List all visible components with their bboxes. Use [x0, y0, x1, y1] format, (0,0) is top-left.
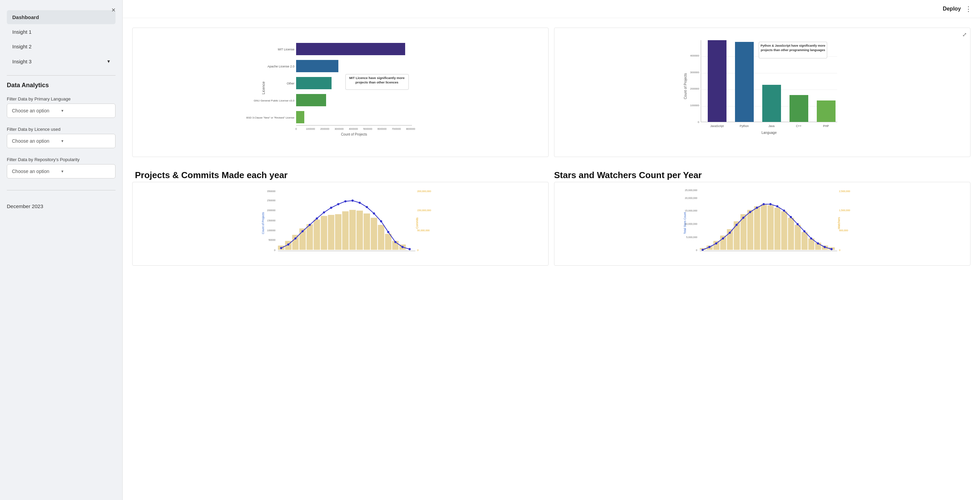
stars-chart-title: Stars and Watchers Count per Year: [551, 167, 970, 182]
svg-point-63: [380, 221, 382, 222]
svg-point-111: [763, 203, 765, 205]
svg-text:0: 0: [296, 127, 297, 130]
filter-popularity-select[interactable]: Choose an option ▾: [7, 164, 116, 178]
svg-text:400000: 400000: [349, 127, 358, 130]
x-axis-label: Language: [762, 131, 777, 135]
svg-text:200000: 200000: [320, 127, 329, 130]
sidebar: × Dashboard Insight 1 Insight 2 Insight …: [0, 0, 123, 500]
svg-text:10,000,000: 10,000,000: [685, 222, 697, 225]
svg-point-67: [409, 248, 410, 250]
svg-point-64: [387, 231, 389, 233]
svg-text:Watchers: Watchers: [837, 217, 841, 229]
filter-language-label: Filter Data by Primary Language: [0, 97, 123, 103]
svg-rect-94: [781, 211, 788, 250]
filter-licence-select[interactable]: Choose an option ▾: [7, 134, 116, 148]
svg-text:0: 0: [417, 249, 418, 252]
bar-php: [817, 100, 835, 122]
svg-text:1,500,000: 1,500,000: [839, 209, 850, 212]
svg-text:200000: 200000: [267, 209, 275, 212]
deploy-button[interactable]: Deploy: [943, 6, 961, 12]
chevron-down-icon: ▾: [107, 58, 110, 64]
svg-text:0: 0: [698, 121, 700, 124]
more-options-button[interactable]: ⋮: [965, 5, 972, 13]
svg-point-113: [776, 205, 778, 208]
svg-point-61: [366, 206, 368, 208]
svg-rect-44: [371, 217, 377, 250]
bar-cpp: [789, 95, 808, 122]
language-bar-chart: Count of Projects 0 100000 200000 300000…: [560, 33, 965, 142]
chevron-down-icon: ▾: [61, 108, 111, 113]
bar-apache: [296, 60, 338, 72]
svg-point-60: [358, 202, 361, 204]
filter-popularity-label: Filter Data by Repository's Popularity: [0, 157, 123, 164]
svg-point-59: [351, 200, 353, 202]
chevron-down-icon: ▾: [61, 139, 111, 143]
sidebar-item-insight2[interactable]: Insight 2: [7, 40, 116, 54]
svg-rect-90: [754, 206, 760, 250]
svg-text:25,000,000: 25,000,000: [685, 189, 697, 192]
svg-text:MIT Licence have significantly: MIT Licence have significantly more: [349, 76, 405, 80]
svg-text:250000: 250000: [267, 199, 275, 202]
svg-text:20,000,000: 20,000,000: [685, 197, 697, 200]
bar-bsd: [296, 111, 304, 123]
svg-rect-93: [775, 208, 781, 250]
divider-2: [7, 190, 116, 190]
bar-java: [762, 85, 781, 122]
svg-point-52: [302, 230, 304, 232]
sidebar-item-dashboard[interactable]: Dashboard: [7, 10, 116, 24]
chevron-down-icon: ▾: [61, 169, 111, 174]
svg-text:Count of Projects: Count of Projects: [261, 212, 265, 234]
expand-icon[interactable]: ⤢: [962, 31, 967, 38]
svg-point-57: [337, 203, 339, 205]
svg-text:150000: 150000: [267, 219, 275, 222]
svg-text:5,000,000: 5,000,000: [686, 236, 697, 239]
svg-rect-43: [364, 214, 370, 250]
svg-text:2,500,000: 2,500,000: [839, 190, 850, 193]
svg-text:15,000,000: 15,000,000: [685, 209, 697, 212]
nav-section: Dashboard Insight 1 Insight 2 Insight 3 …: [0, 7, 123, 69]
svg-rect-45: [378, 225, 384, 250]
filter-licence-label: Filter Data by Licence used: [0, 127, 123, 134]
svg-point-118: [810, 237, 812, 240]
svg-text:projects than other licences: projects than other licences: [355, 80, 398, 84]
svg-rect-89: [747, 210, 753, 250]
svg-text:100000: 100000: [690, 104, 699, 107]
stars-combo-chart: Total Stars Count Watchers: [558, 186, 967, 260]
svg-rect-42: [356, 211, 363, 250]
svg-point-65: [394, 241, 396, 243]
svg-rect-92: [768, 205, 774, 250]
label-apache: Apache License 2.0: [267, 65, 294, 68]
svg-point-56: [330, 207, 332, 209]
svg-point-58: [345, 200, 347, 202]
svg-point-114: [783, 210, 785, 211]
bar-gpl: [296, 94, 326, 106]
svg-point-108: [742, 217, 744, 219]
svg-text:50,000,000: 50,000,000: [417, 229, 430, 232]
sidebar-item-insight3[interactable]: Insight 3 ▾: [7, 54, 116, 68]
svg-point-104: [715, 243, 717, 244]
y-axis-label: Count of Projects: [684, 73, 687, 100]
svg-text:100000: 100000: [306, 127, 315, 130]
label-mit: MIT License: [278, 48, 294, 51]
svg-point-109: [749, 211, 751, 213]
label-other: Other: [286, 82, 294, 85]
filter-language-select[interactable]: Choose an option ▾: [7, 103, 116, 118]
svg-point-102: [702, 249, 704, 251]
close-button[interactable]: ×: [111, 6, 116, 14]
stars-chart-container: Total Stars Count Watchers: [554, 182, 970, 266]
svg-rect-96: [795, 225, 801, 250]
svg-rect-97: [802, 232, 808, 250]
licence-chart-container: Licence MIT License Apache License 2.0 O…: [132, 28, 549, 157]
svg-text:projects than other programmin: projects than other programming language…: [760, 48, 825, 52]
svg-text:Python & JavaScript have signi: Python & JavaScript have significantly m…: [760, 44, 825, 48]
svg-text:0: 0: [839, 249, 840, 252]
svg-text:700000: 700000: [392, 127, 401, 130]
x-axis-label: Count of Projects: [341, 132, 368, 136]
svg-point-107: [735, 224, 737, 226]
svg-point-105: [722, 237, 724, 240]
svg-point-49: [280, 247, 282, 249]
label-bsd: BSD 3-Clause "New" or "Revised" License: [247, 116, 294, 119]
svg-point-112: [769, 203, 772, 205]
svg-text:Java: Java: [768, 124, 775, 128]
sidebar-item-insight1[interactable]: Insight 1: [7, 25, 116, 39]
